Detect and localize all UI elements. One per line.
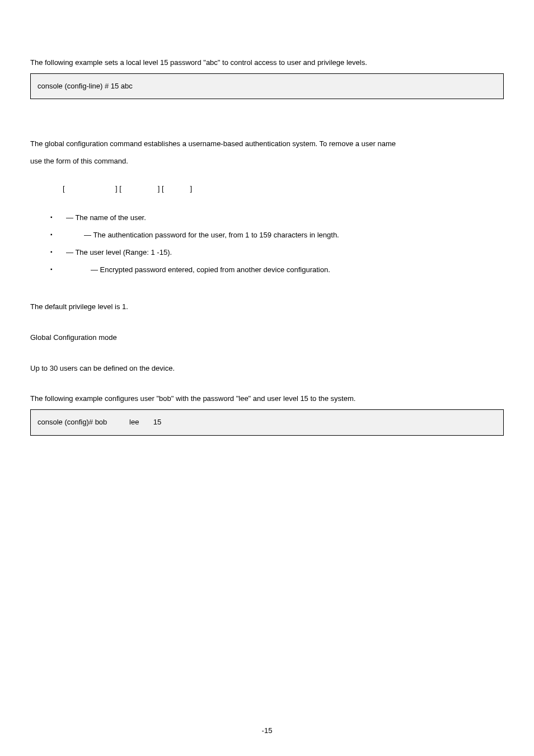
user-guidelines-text: Up to 30 users can be defined on the dev… [30, 362, 504, 376]
syntax-line: [ ] [ ] [ ] [30, 182, 504, 196]
page-number: -15 [0, 724, 534, 738]
code1-args: 15 abc [111, 82, 133, 90]
intro-prefix: The [30, 139, 45, 148]
param-encrypted-text: — Encrypted password entered, copied fro… [91, 265, 330, 274]
code2-prompt: console (config)# [38, 418, 95, 426]
code-block-2: console (config)# bob lee 15 [30, 409, 504, 436]
param-name: — The name of the user. [50, 211, 504, 225]
intro-line2-prefix: use the [30, 157, 56, 165]
default-config-text: The default privilege level is 1. [30, 300, 504, 314]
command-mode-text: Global Configuration mode [30, 331, 504, 345]
example1-description: The following example sets a local level… [30, 56, 504, 70]
syntax-bracket-3: ] [ [158, 184, 164, 193]
example2-description: The following example configures user "b… [30, 392, 504, 406]
syntax-bracket-2: ] [ [115, 184, 121, 193]
param-password-text: — The authentication password for the us… [84, 231, 339, 239]
param-name-text: — The name of the user. [66, 213, 146, 222]
intro-line2-rest: form of this command. [56, 157, 128, 165]
parameter-list: — The name of the user. — The authentica… [30, 211, 504, 277]
param-level-text: — The user level (Range: 1 -15). [66, 248, 172, 256]
param-encrypted: — Encrypted password entered, copied fro… [50, 263, 504, 277]
code1-prompt: console (config-line) # [38, 82, 111, 90]
syntax-bracket-close: ] [190, 184, 193, 193]
page-container: The following example sets a local level… [0, 0, 534, 756]
param-level: — The user level (Range: 1 -15). [50, 246, 504, 260]
param-password: — The authentication password for the us… [50, 228, 504, 242]
code2-v3: 15 [153, 418, 161, 426]
username-intro-line1: The global configuration command establi… [30, 137, 504, 151]
intro-rest: global configuration command establishes… [45, 139, 396, 148]
username-intro-line2: use the form of this command. [30, 155, 504, 169]
code-block-1: console (config-line) # 15 abc [30, 73, 504, 100]
code2-v2: lee [129, 418, 141, 426]
code2-v1: bob [95, 418, 109, 426]
